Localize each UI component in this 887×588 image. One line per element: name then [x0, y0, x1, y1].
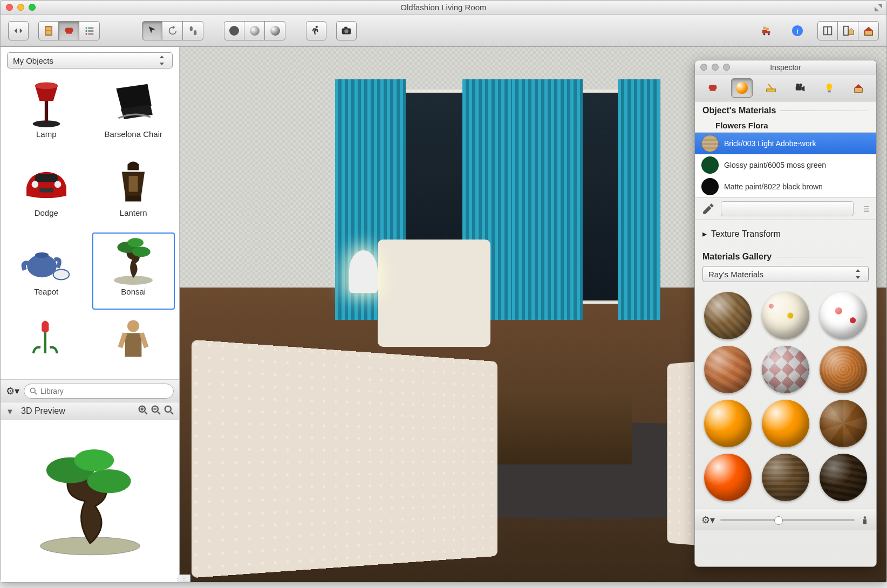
material-swatch[interactable] — [762, 400, 809, 447]
materials-gallery-grid — [695, 284, 876, 509]
cursor-icon — [146, 25, 158, 37]
material-swatch[interactable] — [704, 454, 752, 501]
inspector-minimize-button[interactable] — [712, 64, 719, 71]
disclosure-triangle-icon: ▸ — [702, 229, 707, 239]
svg-line-45 — [35, 392, 37, 394]
library-item-lantern[interactable]: Lantern — [92, 154, 175, 231]
material-row[interactable]: Brick/003 Light Adobe-work — [695, 133, 876, 154]
window-title: Oldfashion Living Room — [1, 3, 886, 12]
material-row[interactable]: Matte paint/8022 black brown — [695, 176, 876, 197]
material-swatch[interactable] — [820, 292, 867, 339]
svg-rect-60 — [796, 86, 802, 90]
snapshot-button[interactable] — [336, 21, 357, 40]
fullscreen-icon[interactable] — [875, 4, 882, 11]
close-window-button[interactable] — [6, 4, 13, 11]
library-item-bonsai[interactable]: Bonsai — [92, 233, 175, 310]
quality-high-button[interactable] — [265, 21, 285, 40]
material-row[interactable]: Glossy paint/6005 moss green — [695, 154, 876, 176]
material-swatch[interactable] — [820, 454, 867, 501]
library-item-barselona-chair[interactable]: Barselona Chair — [92, 75, 175, 153]
materials-gallery-selected: Ray's Materials — [708, 270, 763, 279]
minimize-window-button[interactable] — [17, 4, 24, 11]
library-item-teapot[interactable]: Teapot — [5, 233, 88, 310]
zoom-window-button[interactable] — [29, 4, 36, 11]
preview-title: 3D Preview — [21, 406, 65, 416]
preview-canvas[interactable] — [1, 420, 179, 582]
svg-point-36 — [35, 252, 49, 258]
toggle-sidebar-button[interactable] — [8, 21, 29, 40]
double-arrow-icon — [12, 25, 24, 37]
material-menu-button[interactable]: ☰ — [859, 205, 870, 213]
zoom-in-button[interactable] — [138, 405, 148, 418]
warehouse-button[interactable] — [757, 21, 777, 40]
materials-list: Brick/003 Light Adobe-work Glossy paint/… — [695, 132, 876, 198]
rotate-tool-button[interactable] — [162, 21, 183, 40]
inspector-tab-materials[interactable] — [731, 78, 753, 98]
material-swatch[interactable] — [762, 454, 809, 501]
material-swatch[interactable] — [762, 346, 809, 393]
cabinet-icon — [43, 25, 54, 37]
materials-gallery-select[interactable]: Ray's Materials — [702, 266, 869, 282]
gallery-gear-button[interactable]: ⚙︎▾ — [701, 514, 715, 526]
library-gear-button[interactable]: ⚙︎▾ — [6, 385, 19, 397]
walkthrough-button[interactable] — [306, 21, 326, 40]
svg-line-54 — [170, 412, 173, 414]
human-scale-icon[interactable] — [860, 515, 870, 525]
library-item-lamp[interactable]: Lamp — [5, 75, 88, 153]
quality-low-button[interactable] — [224, 21, 244, 40]
library-item-dodge[interactable]: Dodge — [5, 154, 88, 231]
inspector-zoom-button[interactable] — [723, 64, 730, 71]
zoom-out-button[interactable] — [151, 405, 161, 418]
inspector-tab-object[interactable] — [702, 78, 724, 98]
library-item-tulip[interactable] — [5, 311, 88, 378]
library-search-input[interactable] — [40, 387, 168, 395]
svg-rect-6 — [88, 30, 93, 32]
library-item-person[interactable] — [92, 311, 175, 378]
walk-tool-button[interactable] — [183, 21, 203, 40]
inspector-close-button[interactable] — [700, 64, 707, 71]
texture-transform-toggle[interactable]: ▸ Texture Transform — [695, 220, 876, 248]
plan-2d-icon — [822, 25, 834, 37]
inspector-tab-camera[interactable] — [789, 78, 811, 98]
svg-point-61 — [796, 83, 800, 86]
library-search[interactable] — [24, 384, 174, 399]
video-camera-icon — [794, 82, 806, 94]
material-swatch[interactable] — [704, 346, 752, 393]
sofa-object — [192, 340, 497, 578]
sidebar-resize-grip[interactable]: ⋮⋮⋮ — [179, 575, 190, 582]
library-category-select[interactable]: My Objects — [7, 52, 173, 69]
material-name-field[interactable] — [721, 201, 854, 216]
view-3d-button[interactable] — [858, 21, 879, 40]
view-split-button[interactable] — [838, 21, 858, 40]
svg-point-30 — [31, 181, 38, 188]
inspector-tab-lights[interactable] — [818, 78, 840, 98]
chair-thumbnail — [104, 77, 163, 128]
circle-filled-icon — [229, 26, 239, 36]
info-button[interactable]: i — [787, 21, 808, 40]
info-icon: i — [792, 25, 803, 37]
list-tab-button[interactable] — [79, 21, 100, 40]
material-swatch[interactable] — [762, 292, 809, 339]
zoom-fit-button[interactable] — [164, 405, 174, 418]
section-title: Materials Gallery — [702, 252, 772, 262]
ruler-pencil-icon — [765, 82, 777, 94]
eyedropper-icon[interactable] — [701, 202, 715, 216]
thumbnail-size-slider[interactable] — [720, 519, 855, 521]
armchair-object — [378, 240, 491, 346]
material-swatch[interactable] — [704, 292, 752, 339]
material-swatch[interactable] — [704, 400, 752, 447]
select-tool-button[interactable] — [142, 21, 162, 40]
quality-med-button[interactable] — [244, 21, 265, 40]
library-category-label: My Objects — [13, 56, 53, 65]
materials-gallery-header: Materials Gallery — [695, 248, 876, 264]
material-swatch[interactable] — [820, 346, 867, 393]
furniture-tab-button[interactable] — [38, 21, 59, 40]
view-2d-button[interactable] — [817, 21, 838, 40]
inspector-tab-building[interactable] — [848, 78, 869, 98]
inspector-tab-dimensions[interactable] — [760, 78, 782, 98]
preview-disclosure-toggle[interactable]: ▼ — [6, 407, 17, 416]
material-swatch[interactable] — [820, 400, 867, 447]
svg-point-58 — [74, 449, 114, 471]
list-icon — [84, 25, 95, 37]
seating-tab-button[interactable] — [59, 21, 79, 40]
